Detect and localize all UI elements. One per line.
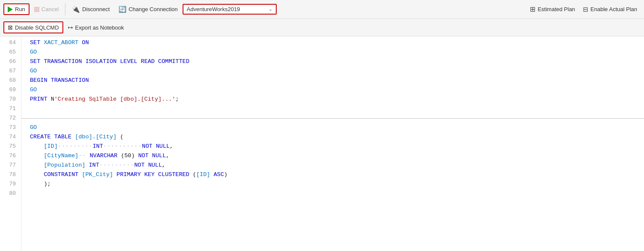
code-line-78: CONSTRAINT [PK_City] PRIMARY KEY CLUSTER… xyxy=(30,170,644,179)
line-num-80: 80 xyxy=(3,189,16,198)
line-num-74: 74 xyxy=(3,132,16,142)
line-num-78: 78 xyxy=(3,170,16,179)
disable-sqlcmd-label: Disable SQLCMD xyxy=(15,24,59,31)
run-label: Run xyxy=(15,6,25,12)
enable-actual-plan-button[interactable]: ⊟ Enable Actual Plan xyxy=(579,4,641,15)
line-num-76: 76 xyxy=(3,151,16,161)
run-button[interactable]: Run xyxy=(3,3,30,15)
code-line-70: PRINT N'Creating SqlTable [dbo].[City]..… xyxy=(30,95,644,104)
change-connection-icon: 🔄 xyxy=(118,6,127,13)
connection-dropdown[interactable]: AdventureWorks2019 ⌄ xyxy=(183,4,277,15)
run-icon xyxy=(8,6,13,12)
change-connection-button[interactable]: 🔄 Change Connection xyxy=(115,3,182,15)
line-num-73: 73 xyxy=(3,123,16,132)
line-num-64: 64 xyxy=(3,38,16,48)
code-line-71 xyxy=(30,104,644,114)
code-line-74: CREATE TABLE [dbo].[City] ( xyxy=(30,132,644,142)
enable-actual-plan-label: Enable Actual Plan xyxy=(591,6,637,12)
line-num-69: 69 xyxy=(3,85,16,95)
code-line-67: GO xyxy=(30,66,644,76)
disable-sqlcmd-button[interactable]: ⊠ Disable SQLCMD xyxy=(3,21,63,33)
separator1 xyxy=(65,3,65,15)
code-line-73: GO xyxy=(30,123,644,132)
disable-sqlcmd-icon: ⊠ xyxy=(8,24,13,31)
line-num-68: 68 xyxy=(3,76,16,85)
line-num-77: 77 xyxy=(3,161,16,170)
code-line-79: ); xyxy=(30,179,644,189)
code-line-65: GO xyxy=(30,48,644,57)
export-notebook-label: Export as Notebook xyxy=(75,24,124,31)
cancel-label: Cancel xyxy=(41,6,59,12)
line-num-79: 79 xyxy=(3,179,16,189)
code-line-72 xyxy=(30,114,644,123)
line-num-65: 65 xyxy=(3,48,16,57)
code-line-66: SET TRANSACTION ISOLATION LEVEL READ COM… xyxy=(30,57,644,66)
line-numbers: 64 65 66 67 68 69 70 71 72 73 74 75 76 7… xyxy=(0,36,21,251)
disconnect-label: Disconnect xyxy=(82,6,109,12)
line-num-75: 75 xyxy=(3,142,16,151)
disconnect-button[interactable]: 🔌 Disconnect xyxy=(68,3,113,15)
line-num-67: 67 xyxy=(3,66,16,76)
code-line-64: SET XACT_ABORT ON xyxy=(30,38,644,48)
estimated-plan-label: Estimated Plan xyxy=(538,6,575,12)
code-content[interactable]: SET XACT_ABORT ON GO SET TRANSACTION ISO… xyxy=(21,36,644,251)
code-line-76: [CityName]·· NVARCHAR (50) NOT NULL, xyxy=(30,151,644,161)
toolbar-row1: Run Cancel 🔌 Disconnect 🔄 Change Connect… xyxy=(0,0,644,19)
toolbar-row2: ⊠ Disable SQLCMD ↦ Export as Notebook xyxy=(0,19,644,36)
code-line-80 xyxy=(30,189,644,198)
line-num-71: 71 xyxy=(3,104,16,114)
connection-name: AdventureWorks2019 xyxy=(187,6,240,12)
cancel-icon xyxy=(34,7,39,12)
enable-actual-plan-icon: ⊟ xyxy=(583,6,588,13)
line-num-70: 70 xyxy=(3,95,16,104)
change-connection-label: Change Connection xyxy=(129,6,178,12)
chevron-down-icon: ⌄ xyxy=(269,6,272,12)
disconnect-icon: 🔌 xyxy=(72,6,80,13)
code-line-69: GO xyxy=(30,85,644,95)
code-area: 64 65 66 67 68 69 70 71 72 73 74 75 76 7… xyxy=(0,36,644,251)
estimated-plan-button[interactable]: ⊞ Estimated Plan xyxy=(526,3,578,15)
line-num-72: 72 xyxy=(3,114,16,123)
code-line-75: [ID]·········INT··········NOT NULL, xyxy=(30,142,644,151)
estimated-plan-icon: ⊞ xyxy=(530,5,535,13)
code-line-68: BEGIN TRANSACTION xyxy=(30,76,644,85)
line-num-66: 66 xyxy=(3,57,16,66)
toolbar: Run Cancel 🔌 Disconnect 🔄 Change Connect… xyxy=(0,0,644,36)
cancel-button[interactable]: Cancel xyxy=(30,4,62,15)
code-line-77: [Population] INT·········NOT NULL, xyxy=(30,161,644,170)
export-notebook-icon: ↦ xyxy=(68,24,73,31)
export-notebook-button[interactable]: ↦ Export as Notebook xyxy=(64,22,128,33)
